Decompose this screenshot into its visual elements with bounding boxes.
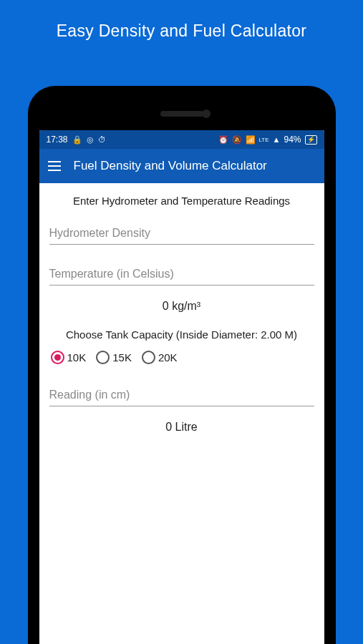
phone-frame: 17:38 🔒 ◎ ⏱ ⏰ 🔕 📶 LTE ▲ 94% ⚡ Fuel Densi…	[28, 86, 336, 644]
temperature-input[interactable]	[49, 263, 314, 286]
volume-result: 0 Litre	[49, 421, 314, 434]
status-time: 17:38	[47, 135, 68, 145]
app-bar: Fuel Density and Volume Calculator	[39, 149, 324, 183]
section-header: Enter Hydrometer and Temperature Reading…	[49, 195, 314, 207]
radio-icon	[142, 351, 155, 364]
radio-label: 20K	[158, 351, 178, 364]
status-right: ⏰ 🔕 📶 LTE ▲ 94% ⚡	[218, 135, 317, 145]
content: Enter Hydrometer and Temperature Reading…	[39, 183, 324, 461]
tank-radio-group: 10K 15K 20K	[49, 351, 314, 364]
status-left: 17:38 🔒 ◎ ⏱	[47, 135, 106, 145]
lock-icon: 🔒	[72, 135, 82, 145]
tank-capacity-label: Choose Tank Capacity (Inside Diameter: 2…	[49, 328, 314, 341]
target-icon: ◎	[87, 135, 94, 145]
app-title: Fuel Density and Volume Calculator	[74, 159, 267, 173]
radio-label: 15K	[112, 351, 132, 364]
radio-icon	[96, 351, 110, 364]
clock-icon: ⏱	[98, 135, 106, 144]
menu-icon[interactable]	[48, 161, 61, 171]
screen: 17:38 🔒 ◎ ⏱ ⏰ 🔕 📶 LTE ▲ 94% ⚡ Fuel Densi…	[39, 130, 324, 644]
promo-title: Easy Density and Fuel Calculator	[0, 0, 363, 41]
hydrometer-input[interactable]	[49, 223, 314, 245]
density-result: 0 kg/m³	[49, 300, 314, 313]
radio-option-15k[interactable]: 15K	[96, 351, 132, 364]
battery-percent: 94%	[284, 135, 301, 145]
network-icon: 📶	[246, 135, 256, 145]
radio-icon	[51, 351, 64, 364]
mute-icon: 🔕	[232, 135, 242, 145]
radio-option-20k[interactable]: 20K	[142, 351, 178, 364]
phone-camera	[202, 109, 210, 118]
lte-text: LTE	[259, 137, 269, 143]
phone-speaker	[160, 111, 203, 117]
signal-icon: ▲	[273, 135, 281, 144]
reading-input[interactable]	[49, 384, 314, 406]
alarm-icon: ⏰	[218, 135, 228, 145]
radio-label: 10K	[67, 351, 87, 364]
status-bar: 17:38 🔒 ◎ ⏱ ⏰ 🔕 📶 LTE ▲ 94% ⚡	[39, 130, 324, 149]
battery-icon: ⚡	[305, 135, 317, 145]
radio-option-10k[interactable]: 10K	[51, 351, 87, 364]
